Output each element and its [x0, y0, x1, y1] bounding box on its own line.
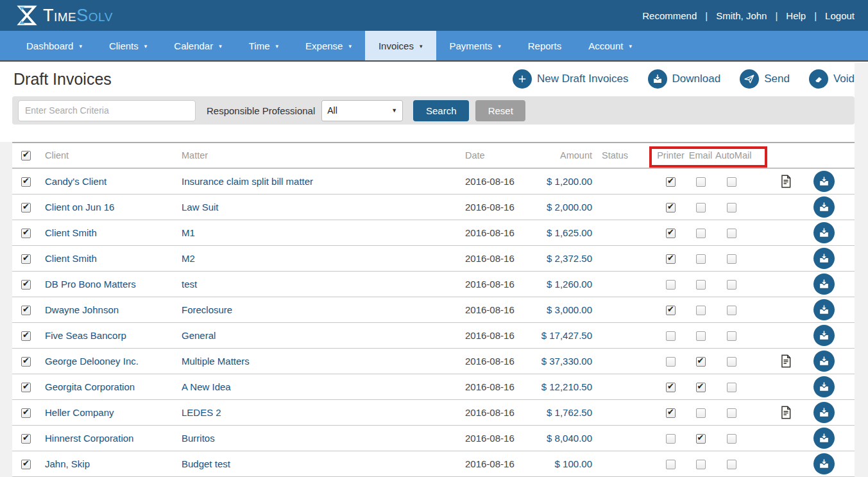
printer-checkbox[interactable]: [666, 280, 676, 290]
email-checkbox[interactable]: [696, 229, 706, 238]
void-button[interactable]: Void: [809, 69, 855, 89]
printer-checkbox[interactable]: [666, 306, 676, 315]
row-select-checkbox[interactable]: [21, 331, 31, 341]
download-invoice-button[interactable]: [813, 196, 835, 218]
automail-checkbox[interactable]: [727, 460, 736, 469]
client-link[interactable]: Georgita Corporation: [45, 381, 135, 392]
top-link-logout[interactable]: Logout: [825, 10, 855, 21]
matter-link[interactable]: test: [182, 279, 197, 290]
email-checkbox[interactable]: [696, 177, 706, 187]
matter-link[interactable]: Foreclosure: [182, 304, 232, 315]
nav-item-reports[interactable]: Reports: [515, 31, 575, 60]
client-link[interactable]: Dwayne Johnson: [45, 304, 119, 315]
note-icon[interactable]: [779, 173, 793, 189]
client-link[interactable]: Client on Jun 16: [45, 202, 114, 212]
row-select-checkbox[interactable]: [21, 229, 31, 238]
automail-checkbox[interactable]: [727, 383, 736, 392]
download-invoice-button[interactable]: [813, 453, 835, 474]
nav-item-expense[interactable]: Expense▾: [292, 31, 365, 60]
nav-item-calendar[interactable]: Calendar▾: [160, 31, 235, 60]
automail-checkbox[interactable]: [727, 434, 736, 444]
matter-link[interactable]: Insurance claim split bill matter: [182, 176, 313, 187]
row-select-checkbox[interactable]: [21, 383, 31, 392]
nav-item-account[interactable]: Account▾: [575, 31, 645, 60]
responsible-professional-select[interactable]: All ▼: [321, 100, 403, 121]
matter-link[interactable]: Law Suit: [182, 202, 219, 212]
nav-item-time[interactable]: Time▾: [235, 31, 292, 60]
printer-checkbox[interactable]: [666, 357, 676, 367]
matter-link[interactable]: General: [182, 330, 216, 341]
row-select-checkbox[interactable]: [21, 203, 31, 212]
note-icon[interactable]: [779, 353, 793, 369]
matter-link[interactable]: A New Idea: [182, 381, 231, 392]
top-link-recommend[interactable]: Recommend: [642, 10, 697, 21]
client-link[interactable]: Hinnerst Corporation: [45, 433, 133, 444]
nav-item-dashboard[interactable]: Dashboard▾: [13, 31, 96, 60]
row-select-checkbox[interactable]: [21, 306, 31, 315]
email-checkbox[interactable]: [696, 357, 706, 367]
nav-item-invoices[interactable]: Invoices▾: [365, 31, 436, 60]
nav-item-payments[interactable]: Payments▾: [436, 31, 515, 60]
printer-checkbox[interactable]: [666, 177, 676, 187]
client-link[interactable]: Heller Company: [45, 407, 114, 418]
automail-checkbox[interactable]: [727, 203, 736, 212]
new-draft-invoices-button[interactable]: New Draft Invoices: [513, 69, 629, 89]
matter-link[interactable]: Multiple Matters: [182, 356, 250, 367]
email-checkbox[interactable]: [696, 203, 706, 212]
download-invoice-button[interactable]: [813, 325, 835, 346]
email-checkbox[interactable]: [696, 408, 706, 418]
automail-checkbox[interactable]: [727, 306, 736, 315]
top-link-help[interactable]: Help: [786, 10, 806, 21]
printer-checkbox[interactable]: [666, 408, 676, 418]
select-all-checkbox[interactable]: [21, 151, 31, 160]
email-checkbox[interactable]: [696, 383, 706, 392]
download-button[interactable]: Download: [648, 69, 721, 89]
download-invoice-button[interactable]: [813, 376, 835, 397]
client-link[interactable]: Client Smith: [45, 227, 97, 238]
matter-link[interactable]: Budget test: [182, 458, 230, 469]
email-checkbox[interactable]: [696, 460, 706, 469]
download-invoice-button[interactable]: [813, 222, 835, 243]
client-link[interactable]: Five Seas Bancorp: [45, 330, 126, 341]
client-link[interactable]: George Delooney Inc.: [45, 356, 139, 367]
printer-checkbox[interactable]: [666, 229, 676, 238]
row-select-checkbox[interactable]: [21, 408, 31, 418]
printer-checkbox[interactable]: [666, 254, 676, 264]
note-icon[interactable]: [779, 404, 793, 421]
download-invoice-button[interactable]: [813, 273, 835, 295]
download-invoice-button[interactable]: [813, 299, 835, 320]
automail-checkbox[interactable]: [727, 280, 736, 290]
email-checkbox[interactable]: [696, 434, 706, 444]
printer-checkbox[interactable]: [666, 460, 676, 469]
row-select-checkbox[interactable]: [21, 434, 31, 444]
row-select-checkbox[interactable]: [21, 280, 31, 290]
automail-checkbox[interactable]: [727, 357, 736, 367]
matter-link[interactable]: M1: [182, 227, 195, 238]
matter-link[interactable]: Burritos: [182, 433, 215, 444]
automail-checkbox[interactable]: [727, 408, 736, 418]
download-invoice-button[interactable]: [813, 351, 835, 372]
download-invoice-button[interactable]: [813, 428, 835, 449]
reset-button[interactable]: Reset: [475, 100, 525, 121]
email-checkbox[interactable]: [696, 331, 706, 341]
row-select-checkbox[interactable]: [21, 177, 31, 187]
send-button[interactable]: Send: [740, 69, 790, 89]
client-link[interactable]: DB Pro Bono Matters: [45, 279, 136, 290]
printer-checkbox[interactable]: [666, 383, 676, 392]
automail-checkbox[interactable]: [727, 331, 736, 341]
printer-checkbox[interactable]: [666, 331, 676, 341]
row-select-checkbox[interactable]: [21, 460, 31, 469]
timesolv-logo[interactable]: TIMESOLV: [15, 4, 113, 27]
client-link[interactable]: Jahn, Skip: [45, 458, 90, 469]
nav-item-clients[interactable]: Clients▾: [96, 31, 160, 60]
matter-link[interactable]: M2: [182, 253, 195, 264]
client-link[interactable]: Client Smith: [45, 253, 97, 264]
download-invoice-button[interactable]: [813, 248, 835, 269]
automail-checkbox[interactable]: [727, 254, 736, 264]
row-select-checkbox[interactable]: [21, 357, 31, 367]
email-checkbox[interactable]: [696, 306, 706, 315]
top-link-smith-john[interactable]: Smith, John: [716, 10, 767, 21]
download-invoice-button[interactable]: [813, 171, 835, 192]
printer-checkbox[interactable]: [666, 203, 676, 212]
automail-checkbox[interactable]: [727, 229, 736, 238]
